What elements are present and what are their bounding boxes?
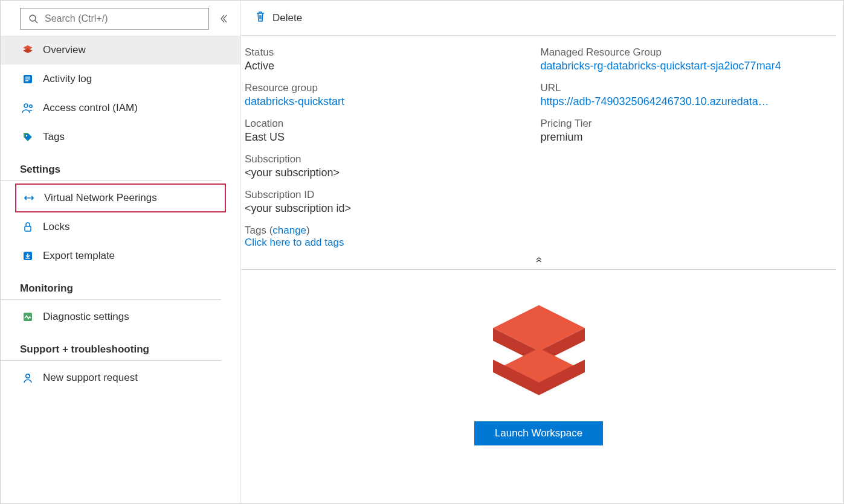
sidebar-item-export-template[interactable]: Export template (1, 241, 240, 270)
section-header-monitoring: Monitoring (1, 270, 221, 300)
svg-line-1 (35, 21, 37, 23)
subscription-id-value: <your subscription id> (245, 202, 541, 215)
sidebar-item-label: Export template (43, 250, 115, 262)
section-header-support: Support + troubleshooting (1, 331, 221, 361)
sidebar-item-label: Access control (IAM) (43, 102, 138, 114)
sidebar-item-access-control[interactable]: Access control (IAM) (1, 94, 240, 123)
sidebar-item-label: Activity log (43, 73, 92, 85)
sidebar-item-tags[interactable]: Tags (1, 123, 240, 152)
sidebar-item-activity-log[interactable]: Activity log (1, 65, 240, 94)
resource-group-link[interactable]: databricks-quickstart (245, 95, 541, 108)
location-label: Location (245, 118, 541, 130)
toolbar: Delete (241, 1, 836, 36)
svg-rect-7 (25, 80, 28, 81)
svg-rect-12 (25, 226, 31, 231)
sidebar-item-label: Diagnostic settings (43, 311, 129, 323)
managed-rg-label: Managed Resource Group (541, 46, 837, 59)
trash-icon (254, 10, 266, 26)
sidebar-item-label: Locks (43, 221, 69, 233)
pricing-tier-label: Pricing Tier (541, 118, 837, 130)
search-icon (27, 12, 40, 25)
chevron-double-up-icon (535, 257, 543, 265)
svg-point-10 (26, 135, 27, 136)
sidebar-item-overview[interactable]: Overview (1, 36, 240, 65)
search-box[interactable] (20, 8, 209, 30)
support-icon (21, 371, 34, 384)
tags-label-suffix: ) (306, 225, 310, 236)
svg-rect-14 (25, 258, 30, 259)
sidebar-item-label: Tags (43, 131, 65, 143)
url-label: URL (541, 82, 837, 94)
sidebar: Overview Activity log Access control (IA… (1, 1, 241, 503)
main-panel: Delete Status Active Resource group data… (241, 1, 843, 503)
status-value: Active (245, 60, 541, 72)
sidebar-item-new-support-request[interactable]: New support request (1, 363, 240, 392)
tags-change-link[interactable]: change (272, 225, 306, 236)
delete-label: Delete (272, 12, 302, 24)
properties-section: Status Active Resource group databricks-… (241, 36, 836, 249)
section-header-settings: Settings (1, 152, 221, 181)
databricks-logo (482, 288, 596, 404)
location-value: East US (245, 131, 541, 144)
managed-rg-link[interactable]: databricks-rg-databricks-quickstart-sja2… (541, 60, 837, 72)
svg-point-9 (30, 105, 32, 107)
delete-button[interactable]: Delete (254, 10, 302, 26)
tags-label-prefix: Tags ( (245, 225, 272, 236)
sidebar-item-label: New support request (43, 372, 138, 384)
lock-icon (21, 220, 34, 234)
resource-group-label: Resource group (245, 82, 541, 94)
svg-rect-5 (25, 77, 30, 78)
databricks-icon (21, 43, 34, 57)
subscription-label: Subscription (245, 153, 541, 165)
svg-rect-6 (25, 78, 30, 80)
search-input[interactable] (45, 13, 202, 24)
svg-point-0 (30, 15, 36, 21)
launch-workspace-button[interactable]: Launch Workspace (474, 421, 603, 445)
sidebar-item-vnet-peerings[interactable]: Virtual Network Peerings (15, 183, 226, 212)
export-icon (21, 249, 34, 263)
people-icon (21, 101, 34, 115)
hero-section: Launch Workspace (241, 270, 836, 445)
tags-add-link[interactable]: Click here to add tags (245, 237, 344, 248)
pricing-tier-value: premium (541, 131, 837, 144)
svg-marker-3 (23, 48, 33, 53)
sidebar-item-label: Overview (43, 44, 86, 56)
collapse-properties-button[interactable] (241, 255, 836, 269)
url-link[interactable]: https://adb-7490325064246730.10.azuredat… (541, 95, 837, 108)
activity-log-icon (21, 72, 34, 86)
status-label: Status (245, 46, 541, 59)
diagnostic-icon (21, 310, 34, 324)
sidebar-item-label: Virtual Network Peerings (44, 192, 157, 204)
subscription-value: <your subscription> (245, 167, 541, 179)
collapse-sidebar-button[interactable] (214, 14, 233, 24)
subscription-id-label: Subscription ID (245, 189, 541, 201)
sidebar-item-locks[interactable]: Locks (1, 212, 240, 241)
tag-icon (21, 130, 34, 144)
svg-point-11 (28, 197, 30, 199)
sidebar-item-diagnostic-settings[interactable]: Diagnostic settings (1, 302, 240, 331)
svg-point-8 (24, 104, 28, 107)
vnet-peering-icon (22, 191, 36, 205)
